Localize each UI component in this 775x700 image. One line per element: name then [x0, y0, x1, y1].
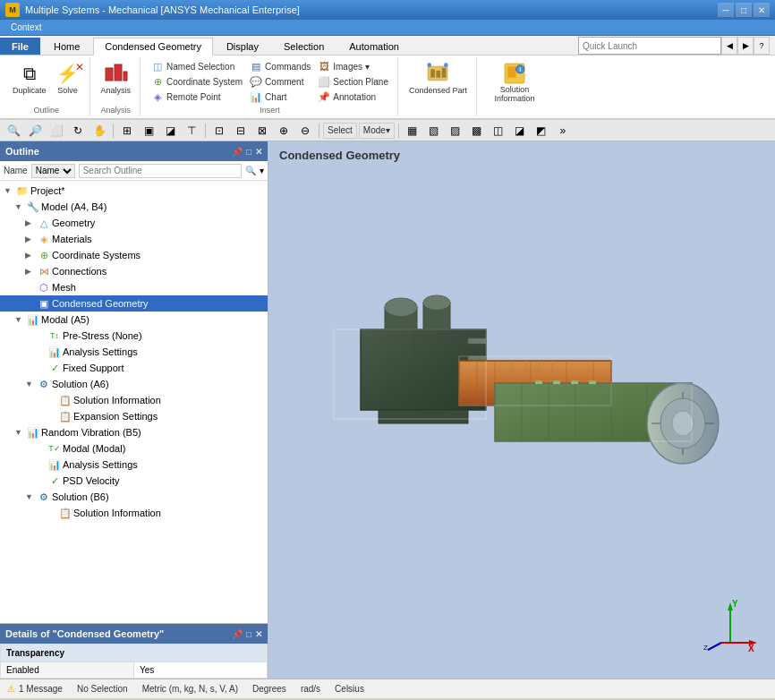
analysis-icon	[103, 61, 128, 86]
tree-item-solution-a6[interactable]: ▼ ⚙ Solution (A6)	[0, 376, 268, 392]
maximize-button[interactable]: □	[736, 3, 752, 17]
tree-item-geometry[interactable]: ▶ △ Geometry	[0, 215, 268, 231]
tree-item-materials[interactable]: ▶ ◈ Materials	[0, 231, 268, 247]
sel-filter-5[interactable]: ◫	[489, 122, 508, 140]
view-box-btn[interactable]: ⬜	[47, 122, 66, 140]
name-dropdown[interactable]: Name	[31, 164, 75, 178]
svg-rect-24	[468, 338, 486, 344]
tree-item-condensed[interactable]: ▣ Condensed Geometry	[0, 295, 268, 312]
tree-item-analysis-b5[interactable]: 📊 Analysis Settings	[0, 457, 268, 473]
condensed-part-button[interactable]: Condensed Part	[405, 59, 471, 97]
tree-item-psd[interactable]: ✓ PSD Velocity	[0, 473, 268, 489]
chart-icon: 📊	[250, 90, 262, 103]
project-icon: 📁	[16, 184, 29, 197]
solution-info-button[interactable]: i Solution Information	[484, 59, 545, 106]
tree-item-solution-b6[interactable]: ▼ ⚙ Solution (B6)	[0, 489, 268, 505]
tab-display[interactable]: Display	[215, 38, 270, 55]
tab-file[interactable]: File	[0, 38, 40, 55]
nav-forward-button[interactable]: ▶	[737, 37, 754, 55]
images-button[interactable]: 🖼 Images▾	[314, 59, 392, 73]
remote-point-button[interactable]: ◈ Remote Point	[148, 90, 246, 104]
geometry-icon: △	[38, 217, 50, 229]
tab-home[interactable]: Home	[42, 38, 91, 55]
select-mode[interactable]: Select	[323, 123, 357, 139]
tree-item-modal-a5[interactable]: ▼ 📊 Modal (A5)	[0, 312, 268, 328]
outline-pin-btn[interactable]: 📌	[232, 147, 243, 157]
back-btn[interactable]: ◪	[160, 122, 180, 140]
chart-button[interactable]: 📊 Chart	[246, 90, 314, 104]
front-btn[interactable]: ▣	[139, 122, 158, 140]
annotation-button[interactable]: 📌 Annotation	[314, 90, 392, 104]
tree-item-project[interactable]: ▼ 📁 Project*	[0, 183, 268, 199]
tree-item-mesh[interactable]: ⬡ Mesh	[0, 279, 268, 295]
zoom-extents-btn[interactable]: ⊡	[209, 122, 229, 140]
outline-close-btn[interactable]: ✕	[255, 147, 262, 157]
tree-item-prestress[interactable]: T↕ Pre-Stress (None)	[0, 328, 268, 344]
psd-icon: ✓	[48, 474, 61, 487]
minimize-button[interactable]: ─	[718, 3, 734, 17]
search-input[interactable]	[79, 164, 242, 178]
tree-item-connections[interactable]: ▶ ⋈ Connections	[0, 263, 268, 279]
solve-button[interactable]: ⚡ ✕ Solve	[52, 59, 84, 97]
rotate-btn[interactable]: ↻	[68, 122, 88, 140]
details-pin-btn[interactable]: 📌	[232, 629, 243, 639]
details-float-btn[interactable]: □	[246, 629, 251, 639]
ribbon-group-analysis: Analysis Analysis	[92, 57, 141, 116]
duplicate-icon: ⧉	[17, 61, 42, 86]
help-button[interactable]: ?	[754, 37, 770, 55]
sel-filter-3[interactable]: ▨	[446, 122, 465, 140]
tree-item-solution-info-b6[interactable]: 📋 Solution Information	[0, 505, 268, 521]
condensed-part-icon	[425, 61, 450, 86]
app-logo: M	[5, 3, 20, 17]
pan-btn[interactable]: ✋	[89, 122, 109, 140]
coordinate-icon: ⊕	[151, 75, 164, 88]
viewport[interactable]: Condensed Geometry	[268, 141, 775, 679]
details-close-btn[interactable]: ✕	[255, 629, 262, 639]
expand-btn[interactable]: »	[553, 122, 573, 140]
analysis-b5-icon: 📊	[48, 458, 61, 471]
coordinate-system-button[interactable]: ⊕ Coordinate System	[148, 74, 246, 89]
search-expand-btn[interactable]: ▾	[260, 166, 264, 175]
tree-item-model-a4-b4[interactable]: ▼ 🔧 Model (A4, B4)	[0, 199, 268, 215]
zoom-out-btn[interactable]: 🔎	[25, 122, 45, 140]
tree-item-fixed-support[interactable]: ✓ Fixed Support	[0, 360, 268, 376]
outline-float-btn[interactable]: □	[246, 147, 251, 157]
select-mode-dropdown[interactable]: Mode▾	[359, 123, 395, 139]
duplicate-button[interactable]: ⧉ Duplicate	[9, 59, 50, 97]
tree-item-random-b5[interactable]: ▼ 📊 Random Vibration (B5)	[0, 424, 268, 440]
zoom-section-btn[interactable]: ⊠	[252, 122, 272, 140]
tree-item-expansion-settings[interactable]: 📋 Expansion Settings	[0, 408, 268, 424]
sel-filter-4[interactable]: ▩	[467, 122, 487, 140]
nav-back-button[interactable]: ◀	[721, 37, 737, 55]
sel-filter-2[interactable]: ▧	[424, 122, 444, 140]
app-title: Multiple Systems - Mechanical [ANSYS Mec…	[25, 4, 300, 15]
tree-item-coordinate[interactable]: ▶ ⊕ Coordinate Systems	[0, 247, 268, 263]
commands-button[interactable]: ▤ Commands	[246, 59, 314, 73]
tree-item-solution-info-a6[interactable]: 📋 Solution Information	[0, 392, 268, 408]
quick-launch-input[interactable]	[578, 37, 721, 55]
zoom-in-btn[interactable]: 🔍	[4, 122, 23, 140]
tab-automation[interactable]: Automation	[337, 38, 411, 55]
mesh-icon: ⬡	[38, 281, 50, 294]
comment-button[interactable]: 💬 Comment	[246, 74, 314, 89]
tree-item-analysis-settings[interactable]: 📊 Analysis Settings	[0, 344, 268, 360]
section-cut-btn[interactable]: ⊖	[295, 122, 315, 140]
analysis-button[interactable]: Analysis	[98, 59, 135, 97]
sel-filter-1[interactable]: ▦	[403, 122, 422, 140]
sel-filter-7[interactable]: ◩	[532, 122, 551, 140]
sel-filter-6[interactable]: ◪	[510, 122, 530, 140]
fit-btn[interactable]: ⊞	[117, 122, 137, 140]
svg-point-56	[672, 411, 694, 436]
tab-condensed-geometry[interactable]: Condensed Geometry	[93, 38, 213, 55]
named-selection-button[interactable]: ◫ Named Selection	[148, 59, 246, 73]
top-btn[interactable]: ⊤	[182, 122, 201, 140]
section-plane-button[interactable]: ⬜ Section Plane	[314, 74, 392, 89]
svg-rect-6	[442, 68, 447, 78]
tree-item-modal-b5[interactable]: T✓ Modal (Modal)	[0, 440, 268, 457]
close-button[interactable]: ✕	[754, 3, 770, 17]
svg-rect-2	[123, 72, 127, 81]
zoom-reset-btn[interactable]: ⊕	[274, 122, 294, 140]
tab-selection[interactable]: Selection	[272, 38, 336, 55]
zoom-selection-btn[interactable]: ⊟	[231, 122, 251, 140]
viewport-title: Condensed Geometry	[279, 149, 400, 162]
